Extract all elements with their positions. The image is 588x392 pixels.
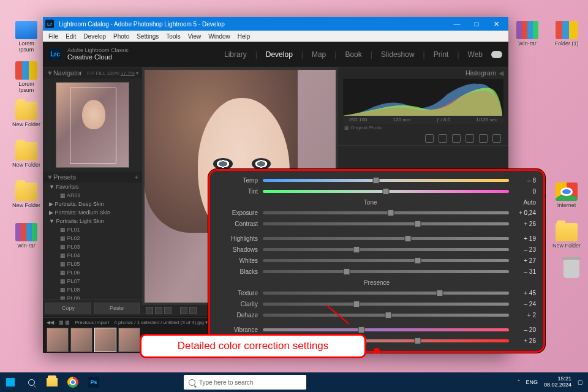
module-print[interactable]: Print xyxy=(434,50,449,59)
menu-window[interactable]: Window xyxy=(205,33,233,40)
preset-pl06[interactable]: ▦ PL06 xyxy=(43,268,142,277)
whites-slider[interactable] xyxy=(263,259,509,262)
taskbar-explorer-icon[interactable] xyxy=(42,372,62,392)
copy-button[interactable]: Copy xyxy=(45,303,91,314)
minimize-button[interactable]: — xyxy=(447,20,467,28)
redeye-tool-icon[interactable] xyxy=(452,134,461,143)
module-header: Lrc Adobe Lightroom ClassicCreative Clou… xyxy=(43,42,508,67)
preset-group-medium[interactable]: ▶ Portraits: Medium Skin xyxy=(43,208,142,217)
navigator-preview[interactable] xyxy=(56,82,129,168)
menu-photo[interactable]: Photo xyxy=(110,33,132,40)
desktop-icon-folder1[interactable]: Folder (1) xyxy=(551,21,582,47)
preset-pl08[interactable]: ▦ PL08 xyxy=(43,285,142,294)
desktop-icon-internet[interactable]: Internet xyxy=(551,183,582,208)
contrast-slider[interactable] xyxy=(263,222,509,225)
preset-pl02[interactable]: ▦ PL02 xyxy=(43,234,142,243)
desktop-icon-nf1[interactable]: New Folder xyxy=(11,102,42,127)
preset-pl01[interactable]: ▦ PL01 xyxy=(43,225,142,234)
navigator-header[interactable]: ▼Navigator FIT FILL 100% 17.7% ▾ xyxy=(43,67,142,78)
titlebar[interactable]: Lr Lightroom Catalog - Adobe Photoshop L… xyxy=(43,17,508,31)
grid-icon[interactable] xyxy=(180,307,187,314)
preset-pl03[interactable]: ▦ PL03 xyxy=(43,243,142,251)
module-web[interactable]: Web xyxy=(468,50,483,59)
exposure-slider[interactable] xyxy=(263,211,509,214)
menu-develop[interactable]: Develop xyxy=(80,33,109,40)
before-after-icon[interactable] xyxy=(164,307,172,314)
tint-slider[interactable] xyxy=(263,190,509,193)
menu-tools[interactable]: Tools xyxy=(163,33,183,40)
clarity-slider[interactable] xyxy=(263,303,509,306)
menu-edit[interactable]: Edit xyxy=(62,33,79,40)
fs-thumb-3[interactable] xyxy=(94,328,116,352)
menu-settings[interactable]: Settings xyxy=(134,33,162,40)
temp-slider[interactable] xyxy=(263,179,509,182)
loupe-view-icon[interactable] xyxy=(146,307,153,314)
preset-pl09[interactable]: ▦ PL09 xyxy=(43,294,142,300)
highlights-slider[interactable] xyxy=(263,237,509,240)
cloud-icon[interactable] xyxy=(491,51,502,58)
menu-help[interactable]: Help xyxy=(235,33,254,40)
left-panel: ▼Navigator FIT FILL 100% 17.7% ▾ ▼Preset… xyxy=(43,67,142,316)
heal-tool-icon[interactable] xyxy=(439,134,447,143)
menu-view[interactable]: View xyxy=(185,33,205,40)
fs-thumb-1[interactable] xyxy=(47,328,69,352)
tray-notification-icon[interactable]: ▢ xyxy=(578,379,583,385)
paste-button[interactable]: Paste xyxy=(94,303,140,314)
desktop-icon-winrar1[interactable]: Win-rar xyxy=(11,223,42,249)
preset-favorites[interactable]: ▼ Favorites xyxy=(43,183,142,191)
desktop-icon-nf3[interactable]: New Folder xyxy=(11,183,42,208)
presets-header[interactable]: ▼Presets+ xyxy=(43,172,142,183)
tray-lang[interactable]: ENG xyxy=(526,379,538,385)
brush-tool-icon[interactable] xyxy=(492,134,501,143)
desktop-icon-nf4[interactable]: New Folder xyxy=(551,223,582,249)
preset-group-deep[interactable]: ▶ Portraits: Deep Skin xyxy=(43,200,142,208)
histogram-title: Histogram xyxy=(466,69,496,77)
tray-chevron-icon[interactable]: ˆ xyxy=(518,379,519,385)
module-map[interactable]: Map xyxy=(312,50,326,59)
start-button[interactable] xyxy=(0,372,21,392)
taskbar-chrome-icon[interactable]: .tb-item .ico-chrome::after{inset:4px;bo… xyxy=(62,372,83,392)
preset-group-light[interactable]: ▼ Portraits: Light Skin xyxy=(43,217,142,225)
crop-tool-icon[interactable] xyxy=(425,134,434,143)
histogram[interactable] xyxy=(343,79,503,116)
shadows-slider[interactable] xyxy=(263,248,509,251)
desktop-icon-lorem2[interactable]: Lorem Ipsum xyxy=(11,61,42,93)
develop-sliders-highlight: Temp– 8 Tint0 ToneAuto Exposure+ 0,24 Co… xyxy=(208,169,545,353)
blacks-slider[interactable] xyxy=(263,270,509,273)
tray-clock[interactable]: 15:2108.02.2024 xyxy=(544,376,571,388)
fs-thumb-2[interactable] xyxy=(70,328,92,352)
preset-ar01[interactable]: ▦ AR01 xyxy=(43,191,142,200)
fs-thumb-4[interactable] xyxy=(118,328,140,352)
preset-pl04[interactable]: ▦ PL04 xyxy=(43,251,142,260)
menu-file[interactable]: File xyxy=(45,33,61,40)
texture-slider[interactable] xyxy=(263,292,509,295)
taskbar-search-box[interactable]: Type here to search xyxy=(184,375,306,390)
histogram-readout: ISO 100120 mmƒ / 8.01/125 sec xyxy=(343,116,503,124)
taskbar-photoshop-icon[interactable]: Ps xyxy=(83,372,104,392)
maximize-button[interactable]: □ xyxy=(467,20,486,28)
tool-strip xyxy=(338,132,508,146)
module-slideshow[interactable]: Slideshow xyxy=(381,50,415,59)
module-develop[interactable]: Develop xyxy=(266,50,293,59)
auto-button[interactable]: Auto xyxy=(523,199,536,206)
mask-tool-icon[interactable] xyxy=(466,134,474,143)
taskbar-search-icon[interactable] xyxy=(21,372,42,392)
close-button[interactable]: ✕ xyxy=(486,20,506,28)
fs-prev-import[interactable]: Previous Import xyxy=(75,320,109,325)
compare-view-icon[interactable] xyxy=(155,307,162,314)
desktop-icon-lorem1[interactable]: Lorem Ipsum xyxy=(11,21,42,53)
dehaze-slider[interactable] xyxy=(263,314,509,317)
preset-pl07[interactable]: ▦ PL07 xyxy=(43,277,142,285)
desktop-icon-winrar2[interactable]: Win-rar xyxy=(512,21,543,47)
callout-label: Detailed color correction settings xyxy=(140,334,366,358)
menubar: File Edit Develop Photo Settings Tools V… xyxy=(43,31,508,42)
fs-nav-first[interactable]: ◀◀ xyxy=(47,320,54,325)
desktop-icon-trash[interactable] xyxy=(556,260,587,278)
survey-icon[interactable] xyxy=(189,307,197,314)
desktop-icon-nf2[interactable]: New Folder xyxy=(11,142,42,168)
vibrance-slider[interactable] xyxy=(263,328,509,331)
gradient-tool-icon[interactable] xyxy=(479,134,488,143)
module-book[interactable]: Book xyxy=(345,50,361,59)
preset-pl05[interactable]: ▦ PL05 xyxy=(43,260,142,268)
module-library[interactable]: Library xyxy=(224,50,247,59)
